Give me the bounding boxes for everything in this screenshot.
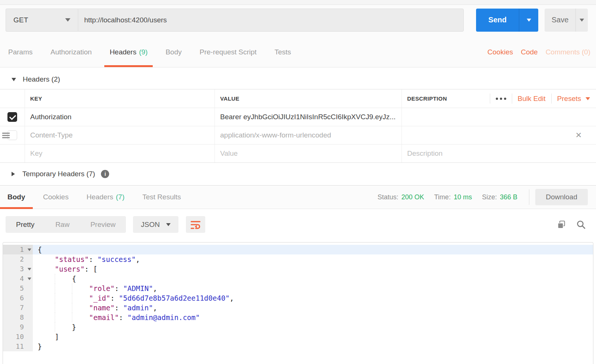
new-description-input[interactable]: Description <box>402 145 596 162</box>
view-mode-preview[interactable]: Preview <box>80 216 126 233</box>
code-text: "role": "ADMIN", <box>33 284 593 293</box>
divider <box>512 94 512 104</box>
response-tab-test-results[interactable]: Test Results <box>139 186 184 209</box>
code-link[interactable]: Code <box>521 48 538 56</box>
save-button[interactable]: Save <box>545 9 588 32</box>
fold-toggle-icon[interactable] <box>28 278 31 280</box>
send-options-button[interactable] <box>519 9 538 32</box>
http-method-select[interactable]: GET <box>6 9 78 32</box>
code-line: 7"name": "admin", <box>3 303 593 313</box>
code-line: 8"email": "admin@admin.com" <box>3 313 593 322</box>
chevron-down-icon <box>65 18 70 22</box>
bulk-edit-button[interactable]: Bulk Edit <box>518 95 546 103</box>
expand-triangle-icon[interactable] <box>12 172 15 176</box>
code-area: 1{2"status": "success",3"users": [4{5"ro… <box>3 245 593 351</box>
code-line: 10] <box>3 332 593 342</box>
tab-authorization[interactable]: Authorization <box>50 37 92 67</box>
response-headers-count-badge: (7) <box>116 193 124 201</box>
line-number: 7 <box>3 303 33 313</box>
size-meta: Size: 366 B <box>482 193 517 201</box>
line-number-gutter: 1 <box>3 245 33 254</box>
code-text: "name": "admin", <box>33 303 593 313</box>
divider <box>551 94 552 104</box>
response-tabs-bar: Body Cookies Headers (7) Test Results St… <box>0 186 596 209</box>
tab-tests[interactable]: Tests <box>275 37 291 67</box>
text-wrap-button[interactable] <box>186 216 205 233</box>
request-url-input[interactable] <box>78 9 464 32</box>
remove-row-icon[interactable]: ✕ <box>575 131 582 139</box>
search-icon <box>576 220 586 230</box>
comments-link[interactable]: Comments (0) <box>546 48 590 56</box>
download-button[interactable]: Download <box>535 189 588 205</box>
code-line: 6"_id": "5d66d7e8b57a6d2ee11d0e40", <box>3 293 593 303</box>
header-row-content-type: Content-Type application/x-www-form-urle… <box>0 126 596 144</box>
fold-toggle-icon[interactable] <box>28 268 31 270</box>
info-icon[interactable]: i <box>101 170 109 178</box>
header-description-cell[interactable] <box>402 126 596 144</box>
copy-button[interactable] <box>557 220 566 230</box>
line-number: 9 <box>3 322 33 332</box>
code-text: ] <box>33 332 593 342</box>
code-line: 11} <box>3 342 593 351</box>
new-key-input[interactable]: Key <box>25 145 215 162</box>
chevron-down-icon <box>586 97 590 100</box>
view-mode-raw[interactable]: Raw <box>45 216 80 233</box>
tab-params[interactable]: Params <box>8 37 32 67</box>
header-value-cell[interactable]: application/x-www-form-urlencoded <box>215 126 402 144</box>
headers-section-toggle[interactable]: Headers (2) <box>0 67 596 89</box>
divider <box>529 189 529 205</box>
tab-body[interactable]: Body <box>165 37 181 67</box>
temporary-headers-title[interactable]: Temporary Headers (7) <box>22 170 95 178</box>
line-number-gutter: 8 <box>3 313 33 322</box>
code-text: "status": "success", <box>33 254 593 264</box>
drag-handle-icon[interactable] <box>2 133 10 134</box>
cookies-link[interactable]: Cookies <box>488 48 513 56</box>
tab-headers[interactable]: Headers (9) <box>110 37 148 67</box>
save-button-label[interactable]: Save <box>545 9 576 32</box>
code-text: "email": "admin@admin.com" <box>33 313 593 322</box>
postman-app: GET Send Save Params Authorization Heade… <box>0 0 596 364</box>
send-button[interactable]: Send <box>476 9 538 32</box>
line-number-gutter: 3 <box>3 264 33 274</box>
presets-button[interactable]: Presets <box>557 95 590 103</box>
code-text: } <box>33 322 593 332</box>
header-select-column <box>0 89 25 108</box>
line-number-gutter: 6 <box>3 293 33 303</box>
header-row-new: Key Value Description <box>0 144 596 162</box>
search-button[interactable] <box>576 220 586 230</box>
new-value-input[interactable]: Value <box>215 145 402 162</box>
fold-toggle-icon[interactable] <box>28 249 31 251</box>
line-number-gutter: 5 <box>3 284 33 293</box>
row-enabled-checkbox[interactable] <box>7 130 17 140</box>
header-value-cell[interactable]: Bearer eyJhbGciOiJIUzI1NiIsInR5cCI6IkpXV… <box>215 108 402 126</box>
headers-table-header: KEY VALUE DESCRIPTION Bulk Edit Presets <box>0 89 596 108</box>
view-mode-pretty[interactable]: Pretty <box>6 216 45 233</box>
header-row-authorization: Authorization Bearer eyJhbGciOiJIUzI1NiI… <box>0 108 596 126</box>
line-number-gutter: 4 <box>3 274 33 284</box>
save-options-button[interactable] <box>576 9 588 32</box>
tab-pre-request-script[interactable]: Pre-request Script <box>200 37 257 67</box>
line-number: 11 <box>3 342 33 351</box>
response-body-editor[interactable]: 1{2"status": "success",3"users": [4{5"ro… <box>3 242 593 364</box>
code-line: 9} <box>3 322 593 332</box>
code-text: { <box>33 274 593 284</box>
row-enabled-checkbox[interactable] <box>7 112 17 122</box>
code-text: } <box>33 342 593 351</box>
header-key-cell[interactable]: Authorization <box>25 108 215 126</box>
header-key-cell[interactable]: Content-Type <box>25 126 215 144</box>
response-tab-cookies[interactable]: Cookies <box>39 186 73 209</box>
response-tab-headers[interactable]: Headers (7) <box>83 186 128 209</box>
text-wrap-icon <box>190 219 201 230</box>
collapse-triangle-icon <box>12 78 16 81</box>
response-tab-body[interactable]: Body <box>4 186 29 209</box>
code-line: 5"role": "ADMIN", <box>3 284 593 293</box>
more-options-icon[interactable] <box>496 98 506 100</box>
send-button-label[interactable]: Send <box>476 9 519 32</box>
format-select[interactable]: JSON <box>133 216 178 233</box>
headers-count-badge: (9) <box>139 48 148 56</box>
request-tabs: Params Authorization Headers (9) Body Pr… <box>0 37 596 67</box>
line-number: 2 <box>3 254 33 264</box>
line-number-gutter: 7 <box>3 303 33 313</box>
header-description-cell[interactable] <box>402 108 596 126</box>
time-meta: Time: 10 ms <box>434 193 472 201</box>
